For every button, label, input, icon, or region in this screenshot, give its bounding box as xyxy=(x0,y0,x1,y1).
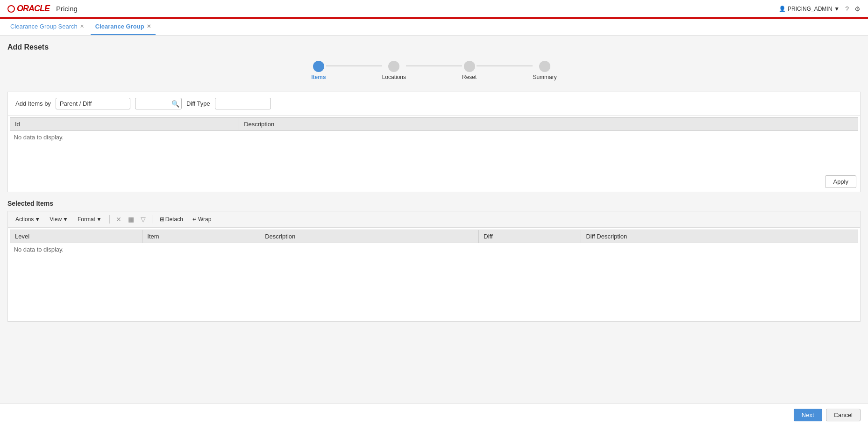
toolbar-sep-1 xyxy=(109,215,110,224)
add-items-select-wrap: Parent / Diff Item Item List xyxy=(56,98,130,109)
col-item: Item xyxy=(142,230,260,243)
user-dropdown-icon[interactable]: ▼ xyxy=(834,6,840,12)
format-button[interactable]: Format ▼ xyxy=(74,215,106,224)
settings-icon[interactable]: ⚙ xyxy=(854,5,861,13)
selected-items-title: Selected Items xyxy=(7,200,861,207)
search-wrap: 🔍 xyxy=(135,98,182,109)
step-circle-summary xyxy=(539,61,550,72)
wrap-label: Wrap xyxy=(198,216,211,223)
step-label-items: Items xyxy=(311,74,326,80)
diff-type-select[interactable] xyxy=(215,98,271,109)
add-items-by-select[interactable]: Parent / Diff Item Item List xyxy=(56,98,130,109)
actions-dropdown-icon: ▼ xyxy=(35,216,40,223)
add-items-row: Add Items by Parent / Diff Item Item Lis… xyxy=(8,92,860,116)
tab-label-clearance-group-search: Clearance Group Search xyxy=(10,23,78,30)
format-dropdown-icon: ▼ xyxy=(96,216,102,223)
upper-table: Id Description No data to display. xyxy=(10,117,858,144)
step-line-3 xyxy=(477,65,533,66)
selected-items-table-area: Level Item Description Diff Diff Descrip… xyxy=(8,228,860,321)
tab-close-clearance-group-search[interactable]: ✕ xyxy=(80,24,84,29)
filter-button[interactable]: ▽ xyxy=(138,214,148,224)
tab-clearance-group-search[interactable]: Clearance Group Search ✕ xyxy=(6,18,89,35)
help-icon[interactable]: ? xyxy=(845,5,849,13)
step-reset: Reset xyxy=(462,61,477,80)
step-label-locations: Locations xyxy=(382,74,406,80)
tab-label-clearance-group: Clearance Group xyxy=(95,23,144,30)
view-label: View xyxy=(50,216,62,223)
view-dropdown-icon: ▼ xyxy=(63,216,68,223)
footer: Next Cancel xyxy=(0,404,868,426)
page-title: Add Resets xyxy=(7,43,861,51)
filter-icon: ▽ xyxy=(141,216,146,223)
view-button[interactable]: View ▼ xyxy=(46,215,72,224)
delete-icon: ✕ xyxy=(116,216,121,223)
actions-label: Actions xyxy=(15,216,34,223)
col-description: Description xyxy=(260,230,479,243)
stepper: Items Locations Reset Summary xyxy=(7,61,861,80)
selected-items-wrapper: Selected Items Actions ▼ View ▼ Format ▼ xyxy=(7,200,861,322)
step-circle-reset xyxy=(464,61,475,72)
step-label-reset: Reset xyxy=(462,74,477,80)
diff-type-select-wrap xyxy=(215,98,271,109)
selected-items-table: Level Item Description Diff Diff Descrip… xyxy=(10,230,858,256)
header-left: ORACLE Pricing xyxy=(7,4,78,14)
header-right: 👤 PRICING_ADMIN ▼ ? ⚙ xyxy=(779,5,861,13)
freeze-icon: ▦ xyxy=(128,216,134,223)
step-summary: Summary xyxy=(533,61,556,80)
next-button[interactable]: Next xyxy=(794,409,822,421)
format-label: Format xyxy=(78,216,95,223)
step-items: Items xyxy=(311,61,326,80)
detach-button[interactable]: ⊞ Detach xyxy=(156,215,187,224)
wrap-button[interactable]: ↵ Wrap xyxy=(189,215,215,224)
main-content: Add Resets Items Locations Reset Summary xyxy=(0,36,868,426)
selected-items-header-row: Level Item Description Diff Diff Descrip… xyxy=(10,230,858,243)
diff-type-label: Diff Type xyxy=(186,100,210,107)
actions-button[interactable]: Actions ▼ xyxy=(12,215,44,224)
step-line-1 xyxy=(326,65,382,66)
search-button[interactable]: 🔍 xyxy=(171,100,179,108)
upper-table-no-data-row: No data to display. xyxy=(10,131,858,144)
add-items-label: Add Items by xyxy=(15,100,51,107)
stepper-inner: Items Locations Reset Summary xyxy=(311,61,556,80)
step-line-2 xyxy=(406,65,462,66)
user-name: PRICING_ADMIN xyxy=(788,6,832,12)
upper-table-col-description: Description xyxy=(239,118,858,131)
selected-items-no-data: No data to display. xyxy=(12,242,66,257)
step-circle-locations xyxy=(388,61,399,72)
freeze-button[interactable]: ▦ xyxy=(126,214,136,224)
detach-icon: ⊞ xyxy=(160,216,164,223)
step-locations: Locations xyxy=(382,61,406,80)
upper-table-section: Add Items by Parent / Diff Item Item Lis… xyxy=(7,92,861,192)
apply-row: Apply xyxy=(8,172,860,192)
selected-items-toolbar: Actions ▼ View ▼ Format ▼ ✕ ▦ xyxy=(8,211,860,228)
tabs-bar: Clearance Group Search ✕ Clearance Group… xyxy=(0,19,868,36)
app-title: Pricing xyxy=(56,5,78,13)
selected-items-section: Actions ▼ View ▼ Format ▼ ✕ ▦ xyxy=(7,211,861,322)
upper-table-header-row: Id Description xyxy=(10,118,858,131)
upper-table-no-data: No data to display. xyxy=(12,130,66,144)
step-label-summary: Summary xyxy=(533,74,556,80)
selected-items-no-data-row: No data to display. xyxy=(10,243,858,256)
tab-clearance-group[interactable]: Clearance Group ✕ xyxy=(91,18,156,35)
user-icon: 👤 xyxy=(779,6,786,12)
header: ORACLE Pricing 👤 PRICING_ADMIN ▼ ? ⚙ xyxy=(0,0,868,19)
col-diff-description: Diff Description xyxy=(581,230,858,243)
col-level: Level xyxy=(10,230,142,243)
wrap-icon: ↵ xyxy=(192,216,197,223)
tab-close-clearance-group[interactable]: ✕ xyxy=(147,24,151,29)
upper-table-area: Id Description No data to display. xyxy=(8,116,860,172)
oracle-logo: ORACLE xyxy=(7,4,50,14)
detach-label: Detach xyxy=(165,216,183,223)
toolbar-sep-2 xyxy=(152,215,152,224)
delete-button[interactable]: ✕ xyxy=(114,214,124,224)
step-circle-items xyxy=(313,61,324,72)
header-user[interactable]: 👤 PRICING_ADMIN ▼ xyxy=(779,6,840,12)
oracle-ring-icon xyxy=(7,5,15,13)
oracle-logo-text: ORACLE xyxy=(17,4,50,14)
cancel-button[interactable]: Cancel xyxy=(826,409,861,421)
apply-button[interactable]: Apply xyxy=(825,175,856,188)
col-diff: Diff xyxy=(479,230,581,243)
upper-table-col-id: Id xyxy=(10,118,239,131)
